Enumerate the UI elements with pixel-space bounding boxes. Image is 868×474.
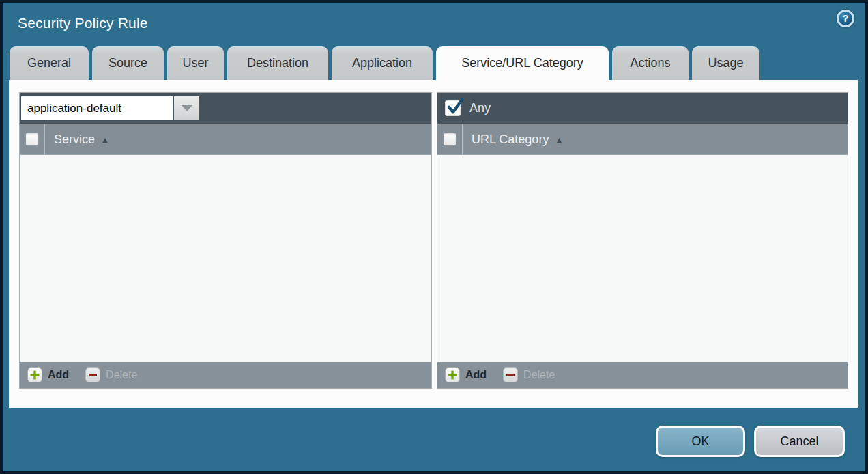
service-panel-header: application-default (20, 93, 431, 124)
service-add-label: Add (48, 369, 69, 381)
url-category-panel-header: Any (437, 93, 848, 124)
help-icon[interactable]: ? (837, 10, 854, 27)
service-add-button[interactable]: Add (27, 367, 69, 382)
tab-destination[interactable]: Destination (227, 46, 328, 80)
service-type-dropdown[interactable]: application-default (21, 96, 199, 120)
sort-ascending-icon: ▲ (555, 135, 563, 144)
service-type-dropdown-button[interactable] (174, 96, 199, 120)
service-type-dropdown-value[interactable]: application-default (21, 96, 173, 120)
tab-source[interactable]: Source (92, 46, 164, 80)
url-category-select-all-checkbox[interactable] (443, 133, 457, 146)
dialog-titlebar: Security Policy Rule ? (3, 3, 865, 44)
url-category-delete-button[interactable]: Delete (503, 367, 555, 382)
delete-minus-icon (85, 367, 100, 382)
service-column-sort[interactable]: Service ▲ (54, 133, 109, 147)
url-category-add-label: Add (465, 369, 487, 381)
url-category-column-sort[interactable]: URL Category ▲ (472, 133, 563, 147)
service-panel: application-default Service ▲ (19, 92, 432, 389)
url-category-delete-label: Delete (523, 369, 555, 381)
service-delete-label: Delete (106, 369, 137, 381)
delete-minus-icon (503, 367, 518, 382)
url-category-panel: Any URL Category ▲ Add (437, 92, 848, 389)
any-label: Any (469, 101, 491, 115)
url-category-select-all-cell (437, 124, 462, 154)
service-column-header: Service ▲ (20, 124, 431, 155)
column-divider (44, 124, 45, 154)
column-divider (462, 124, 463, 154)
tab-service-url-category[interactable]: Service/URL Category (436, 46, 609, 80)
service-list-body (20, 155, 431, 362)
url-category-add-button[interactable]: Add (445, 367, 487, 382)
help-glyph: ? (843, 13, 849, 24)
dialog-footer: OK Cancel (656, 426, 845, 457)
url-category-column-header: URL Category ▲ (437, 124, 848, 155)
chevron-down-icon (182, 105, 192, 111)
service-select-all-cell (20, 124, 44, 154)
service-url-category-tab-panel: application-default Service ▲ (9, 80, 858, 408)
service-column-label: Service (54, 133, 95, 147)
add-plus-icon (445, 367, 460, 382)
service-delete-button[interactable]: Delete (85, 367, 137, 382)
url-category-toolbar: Add Delete (437, 362, 848, 388)
cancel-button[interactable]: Cancel (754, 426, 845, 457)
service-toolbar: Add Delete (20, 362, 431, 388)
add-plus-icon (27, 367, 42, 382)
security-policy-rule-dialog: Security Policy Rule ? General Source Us… (0, 0, 868, 474)
url-category-column-label: URL Category (472, 133, 549, 147)
ok-button[interactable]: OK (656, 426, 745, 457)
tab-application[interactable]: Application (332, 46, 433, 80)
tab-general[interactable]: General (10, 46, 89, 80)
service-select-all-checkbox[interactable] (25, 133, 39, 146)
tab-strip: General Source User Destination Applicat… (10, 46, 760, 80)
tab-user[interactable]: User (167, 46, 224, 80)
tab-actions[interactable]: Actions (612, 46, 689, 80)
sort-ascending-icon: ▲ (101, 135, 109, 144)
url-category-list-body (437, 155, 848, 362)
any-checkbox[interactable] (445, 100, 461, 116)
dialog-title: Security Policy Rule (18, 15, 148, 31)
any-checkbox-row: Any (439, 100, 491, 116)
tab-usage[interactable]: Usage (692, 46, 760, 80)
checkmark-icon (446, 98, 464, 117)
